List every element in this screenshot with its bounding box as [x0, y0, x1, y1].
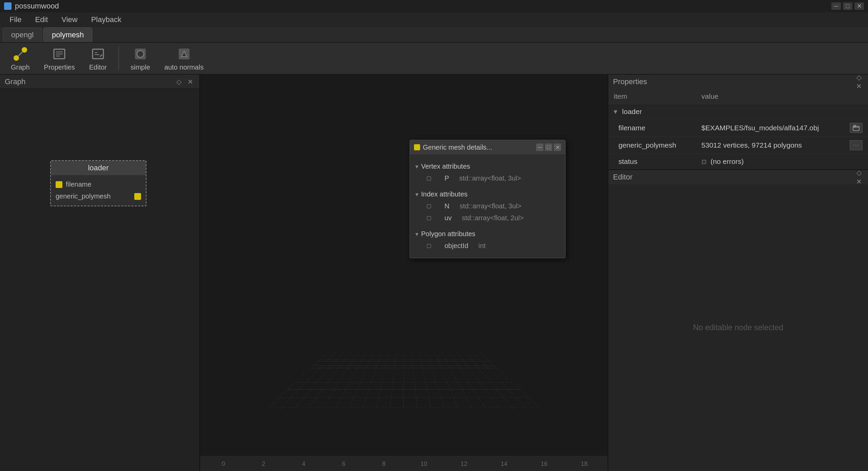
properties-panel-controls: ◇ ✕ [854, 73, 863, 91]
polygon-chevron-icon: ▾ [415, 230, 418, 238]
attr-item-uv: uv std::array<float, 2ul> [410, 212, 565, 224]
dialog-close-button[interactable]: ✕ [554, 144, 561, 151]
svg-line-2 [18, 52, 22, 56]
props-status-value: ⊡ (no errors) [696, 154, 868, 169]
svg-line-10 [100, 55, 102, 57]
attr-dot-N [427, 204, 431, 208]
timeline-marker-12: 12 [444, 460, 484, 468]
tabbar: opengl polymesh [0, 27, 868, 43]
graph-panel: Graph ◇ ✕ loader filename generic_polyme… [0, 75, 200, 471]
vertex-attributes-header: ▾ Vertex attributes [410, 161, 565, 172]
vertex-chevron-icon: ▾ [415, 163, 418, 170]
properties-button-label: Properties [44, 63, 75, 71]
menu-playback[interactable]: Playback [85, 13, 127, 26]
timeline-marker-8: 8 [364, 460, 404, 468]
graph-content: loader filename generic_polymesh [0, 89, 199, 471]
viewport[interactable]: Generic mesh details... ─ □ ✕ ▾ Vertex a… [200, 75, 608, 471]
maximize-button[interactable]: □ [843, 2, 852, 10]
menu-file[interactable]: File [3, 13, 27, 26]
simple-button-label: simple [131, 63, 150, 71]
col-value: value [696, 89, 868, 104]
filename-value-field: $EXAMPLES/fsu_models/alfa147.obj [702, 123, 863, 133]
properties-toolbar-button[interactable]: Properties [39, 43, 80, 74]
editor-close-button[interactable]: ✕ [854, 177, 863, 186]
props-loader-name: ▾ loader [608, 104, 696, 119]
auto-normals-toolbar-button[interactable]: auto normals [159, 43, 209, 74]
vertex-attributes-section: ▾ Vertex attributes P std::array<float, … [410, 158, 565, 186]
filename-port-dot [56, 181, 62, 188]
editor-button-label: Editor [89, 63, 107, 71]
generic-polymesh-port-label: generic_polymesh [56, 192, 111, 200]
dialog-titlebar-icons [414, 144, 420, 150]
timeline-marker-2: 2 [243, 460, 283, 468]
attr-dot-objectId [427, 244, 431, 248]
attr-name-P: P [445, 174, 449, 182]
graph-close-button[interactable]: ✕ [186, 77, 195, 86]
editor-float-button[interactable]: ◇ [854, 168, 863, 177]
properties-panel-title: Properties [613, 77, 647, 86]
tab-opengl[interactable]: opengl [3, 27, 42, 42]
svg-rect-14 [853, 126, 859, 131]
editor-panel-title: Editor [613, 173, 632, 182]
attr-item-objectId: objectId int [410, 240, 565, 252]
props-generic-polymesh-name: generic_polymesh [608, 137, 696, 154]
loader-node-title: loader [51, 161, 146, 175]
auto-normals-button-label: auto normals [164, 63, 204, 71]
grid-container [200, 75, 608, 471]
grid-lines [266, 352, 541, 409]
editor-panel: Editor ◇ ✕ No editable node selected [608, 170, 868, 471]
props-loader-row: ▾ loader [608, 104, 868, 119]
timeline-marker-0: 0 [203, 460, 243, 468]
mesh-dialog-title: Generic mesh details... [423, 144, 492, 151]
properties-table-header: item value [608, 89, 868, 104]
minimize-button[interactable]: ─ [831, 2, 841, 10]
vertex-attributes-label: Vertex attributes [421, 163, 470, 170]
app-title: possumwood [15, 2, 59, 11]
toolbar: Graph Properties Editor [0, 43, 868, 75]
mesh-dialog[interactable]: Generic mesh details... ─ □ ✕ ▾ Vertex a… [410, 140, 566, 258]
timeline-marker-10: 10 [404, 460, 444, 468]
loader-node-body: filename generic_polymesh [51, 175, 146, 206]
titlebar-left: possumwood [4, 2, 59, 11]
editor-panel-controls: ◇ ✕ [854, 168, 863, 186]
properties-panel: Properties ◇ ✕ item value [608, 75, 868, 170]
titlebar-controls[interactable]: ─ □ ✕ [831, 2, 864, 10]
simple-toolbar-button[interactable]: simple [125, 43, 156, 74]
props-filename-value[interactable]: $EXAMPLES/fsu_models/alfa147.obj [696, 119, 868, 137]
menu-edit[interactable]: Edit [29, 13, 54, 26]
timeline-marker-14: 14 [484, 460, 524, 468]
close-button[interactable]: ✕ [854, 2, 864, 10]
svg-point-1 [22, 47, 27, 53]
editor-content: No editable node selected [608, 184, 868, 471]
svg-point-12 [137, 51, 144, 57]
props-filename-name: filename [608, 119, 696, 137]
attr-item-P: P std::array<float, 3ul> [410, 172, 565, 184]
polygon-attributes-section: ▾ Polygon attributes objectId int [410, 226, 565, 254]
graph-toolbar-button[interactable]: Graph [5, 43, 35, 74]
attr-type-objectId: int [478, 242, 486, 250]
filename-browse-button[interactable] [850, 123, 863, 133]
generic-polymesh-port-dot [134, 193, 141, 200]
graph-panel-title: Graph [5, 77, 25, 86]
app-icon [4, 2, 12, 10]
generic-polymesh-value-text: 53012 vertices, 97214 polygons [702, 141, 847, 149]
loader-node[interactable]: loader filename generic_polymesh [50, 160, 146, 206]
props-generic-polymesh-value[interactable]: 53012 vertices, 97214 polygons ··· [696, 137, 868, 154]
timeline-marker-6: 6 [324, 460, 364, 468]
generic-polymesh-value-field: 53012 vertices, 97214 polygons ··· [702, 140, 863, 150]
graph-float-button[interactable]: ◇ [174, 77, 183, 86]
menu-view[interactable]: View [55, 13, 83, 26]
properties-close-button[interactable]: ✕ [854, 82, 863, 91]
dialog-minimize-button[interactable]: ─ [536, 144, 544, 151]
dialog-icon [414, 144, 420, 150]
props-loader-label: loader [622, 108, 642, 115]
dialog-maximize-button[interactable]: □ [545, 144, 552, 151]
properties-float-button[interactable]: ◇ [854, 73, 863, 82]
props-generic-polymesh-row: generic_polymesh 53012 vertices, 97214 p… [608, 137, 868, 154]
editor-toolbar-button[interactable]: Editor [84, 43, 112, 74]
attr-name-uv: uv [445, 214, 452, 222]
mesh-dialog-titlebar: Generic mesh details... ─ □ ✕ [410, 140, 565, 154]
attr-name-N: N [445, 202, 449, 210]
generic-polymesh-dots-button[interactable]: ··· [850, 140, 863, 150]
tab-polymesh[interactable]: polymesh [43, 27, 92, 42]
